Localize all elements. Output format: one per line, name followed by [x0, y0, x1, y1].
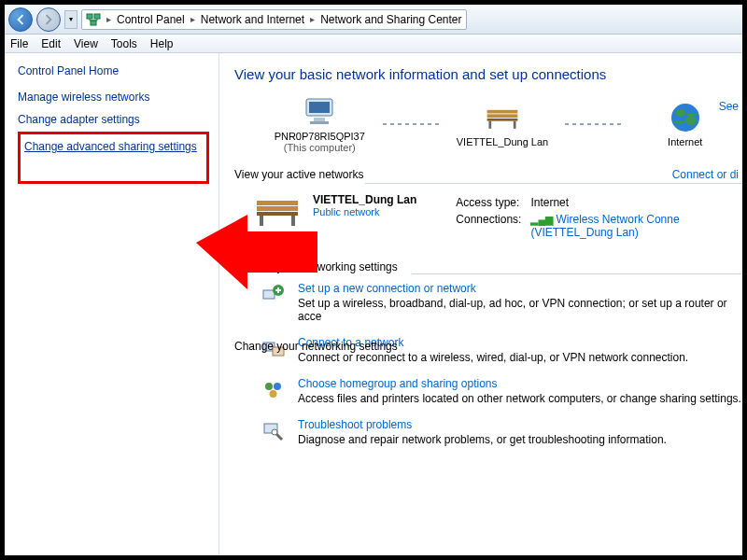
highlight-box: Change advanced sharing settings — [18, 132, 209, 184]
svg-point-25 — [274, 383, 281, 390]
svg-rect-6 — [310, 121, 329, 124]
menu-file[interactable]: File — [10, 37, 28, 50]
map-node-router: VIETTEL_Dung Lan — [445, 101, 560, 147]
task-desc: Access files and printers located on oth… — [298, 392, 741, 405]
task-title[interactable]: Choose homegroup and sharing options — [298, 377, 741, 390]
task-troubleshoot: Troubleshoot problems Diagnose and repai… — [261, 418, 742, 446]
svg-rect-10 — [488, 121, 491, 129]
svg-point-28 — [272, 429, 277, 435]
svg-rect-15 — [257, 201, 298, 205]
divider — [365, 183, 742, 184]
network-map: PNR0P78RI5QPI37 (This computer) VIETTEL_… — [262, 95, 742, 153]
task-setup-connection: Set up a new connection or network Set u… — [261, 282, 742, 323]
task-homegroup: Choose homegroup and sharing options Acc… — [261, 377, 742, 405]
breadcrumb[interactable]: ▸ Control Panel ▸ Network and Internet ▸… — [81, 9, 467, 30]
crumb-network-internet[interactable]: Network and Internet — [201, 13, 304, 26]
map-connection-line — [565, 123, 622, 125]
svg-point-13 — [676, 109, 685, 117]
access-type-label: Access type: — [456, 195, 529, 210]
chevron-right-icon: ▸ — [310, 14, 315, 24]
task-title[interactable]: Troubleshoot problems — [298, 418, 667, 431]
setup-connection-icon — [261, 282, 287, 308]
access-type-value: Internet — [530, 195, 686, 210]
map-connection-line — [383, 123, 440, 125]
svg-point-24 — [265, 383, 273, 390]
network-type-link[interactable]: Public network — [313, 206, 416, 217]
bench-icon — [484, 101, 521, 134]
chevron-right-icon: ▸ — [190, 14, 195, 24]
content-pane: View your basic network information and … — [219, 53, 742, 555]
main-layout: Control Panel Home Manage wireless netwo… — [5, 53, 742, 555]
svg-point-14 — [685, 116, 697, 125]
active-networks-label: View your active networks — [234, 168, 742, 181]
svg-rect-11 — [514, 121, 516, 129]
svg-rect-16 — [257, 206, 298, 211]
map-pc-sub: (This computer) — [284, 142, 356, 153]
task-desc: Connect or reconnect to a wireless, wire… — [298, 351, 688, 364]
troubleshoot-icon — [261, 418, 287, 444]
active-network-block: VIETTEL_Dung Lan Public network Access t… — [253, 193, 742, 242]
map-internet-label: Internet — [668, 136, 702, 147]
sidebar-link-wireless[interactable]: Manage wireless networks — [18, 91, 209, 104]
network-identity: VIETTEL_Dung Lan Public network — [253, 193, 416, 229]
sidebar-link-adapter[interactable]: Change adapter settings — [18, 113, 209, 126]
globe-icon — [667, 101, 704, 134]
address-bar: ▾ ▸ Control Panel ▸ Network and Internet… — [5, 5, 742, 35]
svg-rect-9 — [487, 119, 518, 121]
map-router-label: VIETTEL_Dung Lan — [457, 136, 548, 147]
network-details: Access type: Internet Connections: ▂▄▆ W… — [454, 193, 688, 242]
computer-icon — [301, 95, 338, 129]
conn-line2: (VIETTEL_Dung Lan) — [530, 226, 638, 239]
network-name: VIETTEL_Dung Lan — [313, 193, 416, 206]
page-title: View your basic network information and … — [234, 66, 742, 82]
control-panel-home-link[interactable]: Control Panel Home — [18, 64, 209, 77]
menu-edit[interactable]: Edit — [41, 37, 61, 50]
sidebar: Control Panel Home Manage wireless netwo… — [5, 53, 219, 555]
svg-rect-8 — [487, 114, 518, 118]
homegroup-icon — [261, 377, 287, 403]
conn-line1: Wireless Network Conne — [557, 213, 680, 226]
map-pc-label: PNR0P78RI5QPI37 — [275, 131, 365, 142]
svg-point-26 — [270, 390, 277, 398]
crumb-control-panel[interactable]: Control Panel — [117, 13, 185, 26]
change-settings-label-full: Change your networking settings — [234, 340, 398, 353]
menu-help[interactable]: Help — [150, 37, 174, 50]
svg-rect-18 — [260, 216, 263, 226]
task-title[interactable]: Set up a new connection or network — [298, 282, 742, 295]
divider — [412, 273, 742, 274]
svg-rect-0 — [87, 14, 92, 19]
connect-disconnect-link[interactable]: Connect or di — [672, 168, 739, 181]
menu-view[interactable]: View — [74, 37, 98, 50]
svg-rect-5 — [314, 118, 325, 121]
change-settings-label: Change your networking settings — [234, 260, 398, 273]
task-desc: Set up a wireless, broadband, dial-up, a… — [298, 297, 742, 323]
svg-rect-7 — [487, 110, 518, 114]
back-button[interactable] — [8, 7, 33, 32]
crumb-network-sharing[interactable]: Network and Sharing Center — [320, 13, 461, 26]
history-dropdown[interactable]: ▾ — [64, 10, 78, 29]
menu-tools[interactable]: Tools — [111, 37, 137, 50]
svg-rect-2 — [91, 21, 96, 25]
network-center-icon — [86, 12, 101, 27]
svg-rect-17 — [257, 212, 298, 216]
svg-rect-1 — [94, 14, 100, 19]
task-desc: Diagnose and repair network problems, or… — [298, 433, 667, 446]
map-node-pc: PNR0P78RI5QPI37 (This computer) — [262, 95, 377, 153]
sidebar-link-advanced-sharing[interactable]: Change advanced sharing settings — [24, 140, 203, 153]
signal-icon: ▂▄▆ — [530, 214, 553, 225]
connections-label: Connections: — [456, 212, 529, 240]
chevron-right-icon: ▸ — [106, 14, 111, 24]
svg-rect-4 — [309, 102, 330, 113]
menu-bar: File Edit View Tools Help — [5, 35, 742, 53]
svg-rect-19 — [291, 216, 295, 226]
forward-button[interactable] — [36, 7, 61, 32]
wireless-connection-link[interactable]: Wireless Network Conne (VIETTEL_Dung Lan… — [530, 213, 679, 239]
see-full-map-link[interactable]: See — [719, 100, 739, 113]
bench-icon — [253, 193, 302, 229]
